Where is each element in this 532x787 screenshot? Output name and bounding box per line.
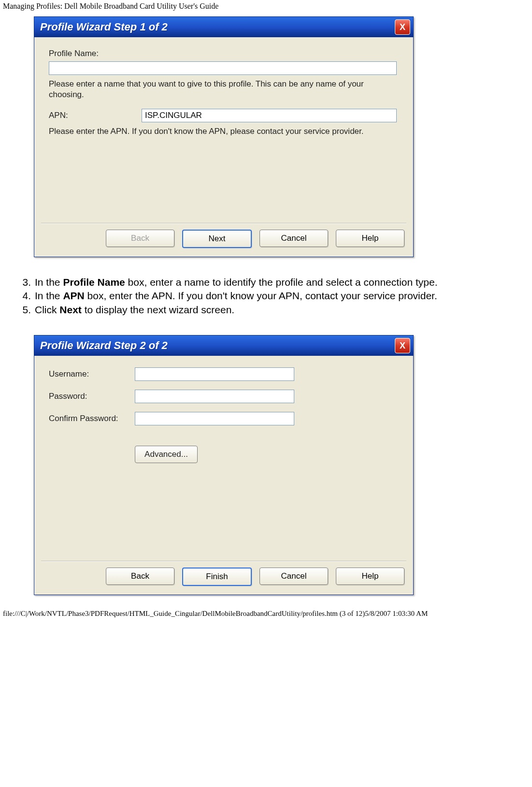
step-bold: APN <box>63 290 84 301</box>
step-text: In the <box>35 290 63 301</box>
dialog-step1-screenshot: Profile Wizard Step 1 of 2 X Profile Nam… <box>34 16 414 257</box>
close-icon[interactable]: X <box>395 19 410 35</box>
step-number: 3. <box>14 276 35 289</box>
step-bold: Profile Name <box>63 277 125 288</box>
confirm-password-label: Confirm Password: <box>49 414 135 423</box>
step-text: box, enter the APN. If you don't know yo… <box>85 290 437 301</box>
profile-name-input[interactable] <box>49 61 397 75</box>
step-5: 5. Click Next to display the next wizard… <box>14 303 532 317</box>
profile-name-label: Profile Name: <box>49 49 399 58</box>
separator-line <box>41 223 406 224</box>
dialog-body-step2: Username: Password: Confirm Password: Ad… <box>34 356 413 595</box>
apn-input[interactable] <box>142 109 397 122</box>
password-input[interactable] <box>135 390 294 403</box>
button-row-step2: Back Finish Cancel Help <box>106 568 404 586</box>
step-4: 4. In the APN box, enter the APN. If you… <box>14 289 532 303</box>
finish-button[interactable]: Finish <box>182 568 252 586</box>
dialog-window-step2: Profile Wizard Step 2 of 2 X Username: P… <box>34 335 414 595</box>
username-input[interactable] <box>135 367 294 381</box>
back-button: Back <box>106 230 174 247</box>
cancel-button[interactable]: Cancel <box>259 568 328 585</box>
step-text: to display the next wizard screen. <box>82 304 234 315</box>
step-text: Click <box>35 304 59 315</box>
page-footer: file:///C|/Work/NVTL/Phase3/PDFRequest/H… <box>0 595 532 621</box>
apn-help: Please enter the APN. If you don't know … <box>49 126 399 137</box>
separator-line <box>41 561 406 562</box>
advanced-button[interactable]: Advanced... <box>135 446 198 463</box>
dialog-step2-screenshot: Profile Wizard Step 2 of 2 X Username: P… <box>34 335 414 595</box>
back-button[interactable]: Back <box>106 568 174 585</box>
apn-label: APN: <box>49 111 142 120</box>
titlebar-step2: Profile Wizard Step 2 of 2 X <box>34 335 413 356</box>
confirm-password-input[interactable] <box>135 412 294 425</box>
help-button[interactable]: Help <box>336 568 404 585</box>
dialog-title: Profile Wizard Step 2 of 2 <box>40 339 168 352</box>
step-number: 4. <box>14 289 35 303</box>
password-label: Password: <box>49 392 135 401</box>
page-header: Managing Profiles: Dell Mobile Broadband… <box>0 0 532 16</box>
cancel-button[interactable]: Cancel <box>259 230 328 247</box>
username-label: Username: <box>49 369 135 379</box>
titlebar-step1: Profile Wizard Step 1 of 2 X <box>34 17 413 37</box>
close-icon[interactable]: X <box>395 338 410 353</box>
step-3: 3. In the Profile Name box, enter a name… <box>14 276 532 289</box>
step-bold: Next <box>59 304 82 315</box>
step-number: 5. <box>14 303 35 317</box>
dialog-title: Profile Wizard Step 1 of 2 <box>40 21 168 33</box>
step-text: In the <box>35 277 63 288</box>
button-row-step1: Back Next Cancel Help <box>106 230 404 248</box>
dialog-body-step1: Profile Name: Please enter a name that y… <box>34 37 413 257</box>
next-button[interactable]: Next <box>182 230 252 248</box>
dialog-window-step1: Profile Wizard Step 1 of 2 X Profile Nam… <box>34 16 414 257</box>
instruction-list: 3. In the Profile Name box, enter a name… <box>14 276 532 317</box>
profile-name-help: Please enter a name that you want to giv… <box>49 79 399 100</box>
step-text: box, enter a name to identify the profil… <box>125 277 438 288</box>
help-button[interactable]: Help <box>336 230 404 247</box>
